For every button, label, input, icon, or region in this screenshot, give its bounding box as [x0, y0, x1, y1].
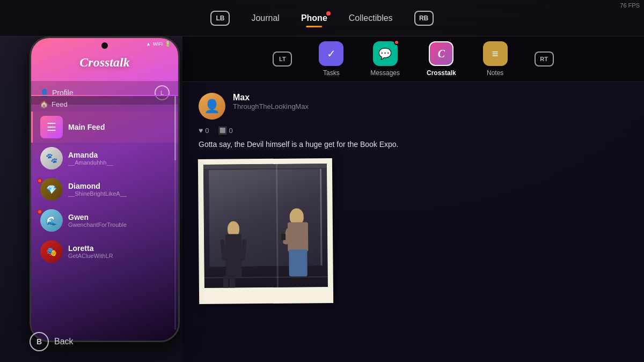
- figure1-leg-right: [230, 276, 235, 288]
- polaroid-scene: [203, 164, 328, 288]
- repost-icon: 🔲: [218, 126, 227, 135]
- tasks-icon: ✓: [319, 41, 343, 66]
- feed-item-amanda[interactable]: 🐾 Amanda __Amanduhhh__: [31, 143, 178, 174]
- rb-button[interactable]: RB: [414, 11, 434, 26]
- feed-item-main-feed[interactable]: ☰ Main Feed: [31, 112, 178, 143]
- feed-item-loretta[interactable]: 🎭 Loretta GetAClueWithLR: [31, 236, 178, 267]
- app-item-notes[interactable]: ≡ Notes: [483, 41, 508, 77]
- loretta-info: Loretta GetAClueWithLR: [68, 244, 171, 259]
- amanda-info: Amanda __Amanduhhh__: [68, 151, 171, 166]
- feed-item-gwen[interactable]: 🌊 Gwen GwenchantForTrouble: [31, 205, 178, 236]
- nav-item-journal[interactable]: Journal: [251, 13, 279, 23]
- phone-notch: [101, 42, 108, 49]
- figure1: [220, 212, 247, 277]
- notes-icon: ≡: [483, 41, 508, 66]
- wall-line: [276, 164, 279, 287]
- gwen-info: Gwen GwenchantForTrouble: [68, 213, 171, 228]
- back-circle-button: B: [30, 332, 49, 351]
- likes-reaction: ♥ 0: [199, 126, 209, 135]
- post-image: [203, 164, 328, 288]
- lb-button[interactable]: LB: [210, 11, 230, 26]
- back-button[interactable]: B Back: [30, 332, 74, 351]
- phone-status-bar: ▲ WiFi 🔋: [146, 41, 171, 47]
- figure2-body: [288, 222, 308, 252]
- crosstalk-logo: Crosstalk: [79, 55, 129, 70]
- gwen-avatar: 🌊: [40, 209, 63, 232]
- post-image-polaroid: [198, 158, 333, 304]
- reposts-reaction: 🔲 0: [218, 126, 233, 135]
- figure2-legs: [289, 249, 307, 276]
- phone-device: ▲ WiFi 🔋 Crosstalk 👤 Profile L 🏠 Feed: [30, 36, 180, 342]
- phone-feed-section: 🏠 Feed ☰ Main Feed 🐾 Amanda __Ama: [31, 96, 178, 341]
- lt-button[interactable]: LT: [273, 51, 292, 67]
- rt-button[interactable]: RT: [535, 51, 554, 67]
- post-user-info: Max ThroughTheLookingMax: [233, 93, 628, 110]
- nav-item-collectibles[interactable]: Collectibles: [349, 13, 393, 23]
- feed-item-diamond[interactable]: 💎 Diamond __ShineBrightLikeA__: [31, 174, 178, 205]
- nav-item-phone[interactable]: Phone: [301, 13, 327, 23]
- heart-icon: ♥: [199, 126, 203, 135]
- post-header: 👤 Max ThroughTheLookingMax: [199, 93, 628, 120]
- app-item-tasks[interactable]: ✓ Tasks: [319, 41, 343, 77]
- main-content: 👤 Max ThroughTheLookingMax ♥ 0 🔲 0 Gotta…: [182, 82, 644, 362]
- main-feed-avatar: ☰: [40, 116, 63, 138]
- figure2-phone: [281, 234, 286, 240]
- phone-screen: ▲ WiFi 🔋 Crosstalk 👤 Profile L 🏠 Feed: [31, 38, 178, 341]
- phone-notification-dot: [326, 11, 331, 16]
- loretta-avatar: 🎭: [40, 240, 63, 263]
- messages-notification-dot: [394, 40, 399, 45]
- amanda-avatar: 🐾: [40, 147, 63, 169]
- ceiling-line: [203, 164, 327, 169]
- messages-icon: 💬: [373, 41, 398, 66]
- diamond-avatar: 💎: [40, 178, 63, 201]
- app-bar: LT ✓ Tasks 💬 Messages C Crosstalk ≡ Note…: [182, 36, 644, 82]
- top-navigation: LB Journal Phone Collectibles RB: [0, 0, 644, 36]
- post-reactions: ♥ 0 🔲 0: [199, 126, 628, 135]
- scroll-track: [174, 96, 176, 330]
- figure1-leg-left: [223, 276, 229, 288]
- main-feed-info: Main Feed: [68, 123, 171, 131]
- fps-counter: 76 FPS: [620, 2, 640, 9]
- figure1-arm-left: [220, 239, 226, 261]
- post-avatar: 👤: [199, 93, 225, 120]
- scroll-thumb: [174, 96, 176, 160]
- crosstalk-icon: C: [429, 41, 453, 66]
- figure1-body: [225, 234, 242, 277]
- app-item-messages[interactable]: 💬 Messages: [370, 41, 400, 77]
- figure1-arm-right: [241, 239, 247, 261]
- feed-header: 🏠 Feed: [31, 96, 178, 112]
- app-item-crosstalk[interactable]: C Crosstalk: [427, 41, 456, 77]
- diamond-info: Diamond __ShineBrightLikeA__: [68, 182, 171, 197]
- figure2: [284, 206, 312, 276]
- post-text: Gotta say, the Devil himself is a huge g…: [199, 139, 628, 150]
